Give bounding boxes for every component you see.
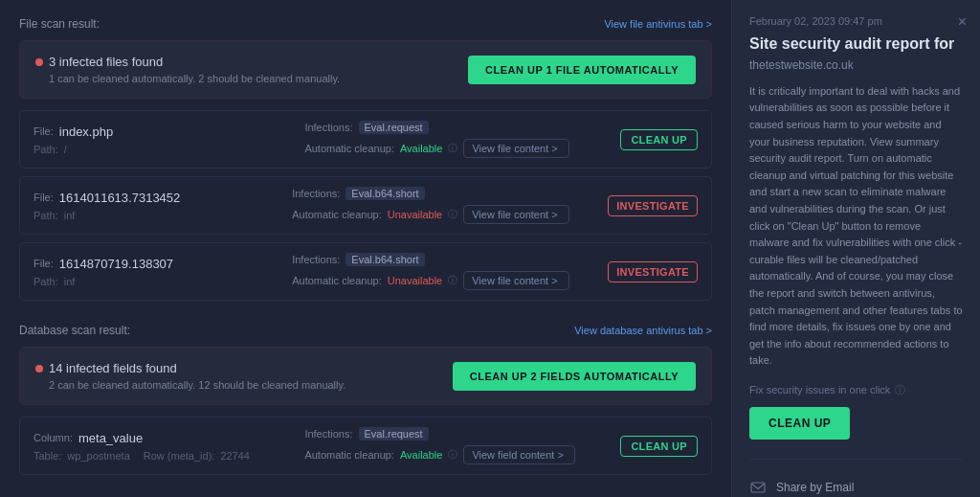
db-alert-info: 14 infected fields found 2 can be cleane… xyxy=(35,361,345,391)
cleanup-info-icon-2: ⓘ xyxy=(448,274,457,287)
cleanup-info-icon-0: ⓘ xyxy=(448,142,457,155)
file-alert-title: 3 infected files found xyxy=(35,55,340,69)
file-cleanup-btn[interactable]: CLEAN UP 1 FILE AUTOMATICALLY xyxy=(468,56,696,84)
db-cleanup-btn[interactable]: CLEAN UP 2 FIELDS AUTOMATICALLY xyxy=(453,362,696,391)
left-panel: File scan result: View file antivirus ta… xyxy=(0,0,731,497)
file-scan-title: File scan result: xyxy=(19,17,100,31)
field-rows-container: Column: meta_value Table: wp_postmeta Ro… xyxy=(19,417,712,475)
db-scan-title: Database scan result: xyxy=(19,324,130,337)
divider xyxy=(749,459,963,460)
db-infected-count: 14 infected fields found xyxy=(49,361,177,375)
field-action-btn-0[interactable]: CLEAN UP xyxy=(620,436,698,457)
file-info-2: File: 1614870719.138307 Path: inf xyxy=(33,257,282,287)
file-alert-top: 3 infected files found 1 can be cleaned … xyxy=(35,55,696,84)
view-file-btn-2[interactable]: View file content > xyxy=(463,271,568,290)
db-antivirus-link[interactable]: View database antivirus tab > xyxy=(574,325,712,336)
report-domain: thetestwebsite.co.uk xyxy=(749,58,963,72)
file-infected-count: 3 infected files found xyxy=(49,55,163,69)
db-alert-top: 14 infected fields found 2 can be cleane… xyxy=(35,361,696,391)
view-file-btn-0[interactable]: View file content > xyxy=(463,139,568,158)
file-action-btn-2[interactable]: INVESTIGATE xyxy=(608,261,698,282)
db-alert-card: 14 infected fields found 2 can be cleane… xyxy=(19,347,712,405)
cleanup-info-icon-1: ⓘ xyxy=(448,208,457,221)
field-info-icon-0: ⓘ xyxy=(448,448,457,462)
rp-actions-container: Share by Email Download PDF xyxy=(749,471,963,497)
fix-info-icon: ⓘ xyxy=(895,383,905,397)
file-action-btn-1[interactable]: INVESTIGATE xyxy=(608,195,698,216)
db-infected-dot xyxy=(35,365,43,373)
fix-label-text: Fix security issues in one click xyxy=(749,384,890,395)
db-alert-title: 14 infected fields found xyxy=(35,361,345,375)
close-icon[interactable]: × xyxy=(958,13,967,31)
field-info-0: Column: meta_value Table: wp_postmeta Ro… xyxy=(33,431,295,462)
file-scan-header: File scan result: View file antivirus ta… xyxy=(19,17,712,31)
file-rows-container: File: index.php Path: / Infections: Eval… xyxy=(19,110,712,301)
file-info-0: File: index.php Path: / xyxy=(33,124,295,155)
file-alert-info: 3 infected files found 1 can be cleaned … xyxy=(35,55,340,84)
report-date: February 02, 2023 09:47 pm xyxy=(749,15,963,27)
file-actions-0: Infections: Eval.request Automatic clean… xyxy=(304,121,611,158)
file-row: File: index.php Path: / Infections: Eval… xyxy=(19,110,712,169)
file-alert-sub: 1 can be cleaned automatically. 2 should… xyxy=(35,73,340,84)
file-actions-1: Infections: Eval.b64.short Automatic cle… xyxy=(292,187,598,224)
db-scan-header: Database scan result: View database anti… xyxy=(19,324,712,337)
file-info-1: File: 1614011613.7313452 Path: inf xyxy=(33,191,282,221)
file-action-btn-0[interactable]: CLEAN UP xyxy=(620,129,698,150)
infected-dot xyxy=(35,58,43,66)
view-file-btn-1[interactable]: View file content > xyxy=(463,205,568,224)
file-alert-card: 3 infected files found 1 can be cleaned … xyxy=(19,40,712,99)
view-field-btn-0[interactable]: View field content > xyxy=(463,445,575,464)
file-row: File: 1614011613.7313452 Path: inf Infec… xyxy=(19,176,712,235)
field-row: Column: meta_value Table: wp_postmeta Ro… xyxy=(19,417,712,475)
report-body: It is critically important to deal with … xyxy=(749,83,963,370)
right-cleanup-btn[interactable]: CLEAN UP xyxy=(749,407,850,440)
rp-action-email[interactable]: Share by Email xyxy=(749,471,963,497)
file-actions-2: Infections: Eval.b64.short Automatic cle… xyxy=(292,253,598,290)
svg-rect-0 xyxy=(751,483,765,492)
field-actions-0: Infections: Eval.request Automatic clean… xyxy=(304,427,611,464)
right-panel: × February 02, 2023 09:47 pm Site securi… xyxy=(731,0,980,497)
fix-label: Fix security issues in one click ⓘ xyxy=(749,383,963,397)
file-antivirus-link[interactable]: View file antivirus tab > xyxy=(604,18,712,30)
file-row: File: 1614870719.138307 Path: inf Infect… xyxy=(19,242,712,301)
report-title: Site security audit report for xyxy=(749,34,963,55)
email-icon xyxy=(750,480,766,495)
db-alert-sub: 2 can be cleaned automatically. 12 shoul… xyxy=(35,379,345,391)
rp-action-label-0: Share by Email xyxy=(776,481,854,494)
